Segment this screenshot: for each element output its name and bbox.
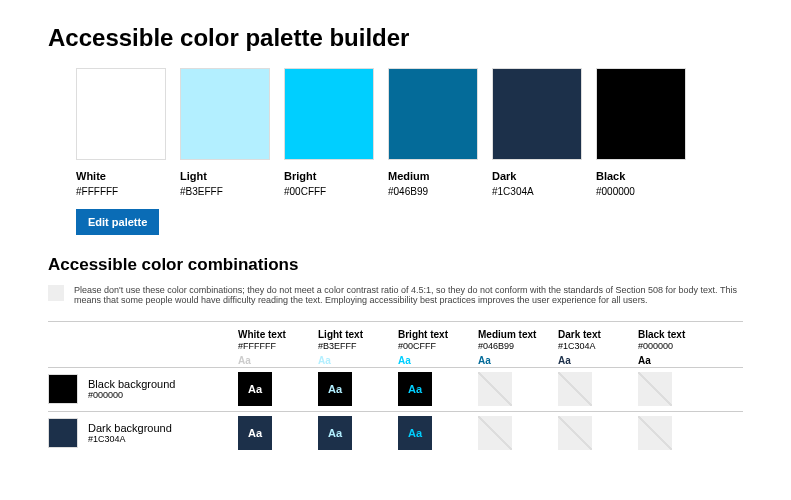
matrix-row: Black background#000000AaAaAa xyxy=(48,367,743,411)
column-sample: Aa xyxy=(318,354,398,367)
row-hex: #1C304A xyxy=(88,434,172,444)
column-header: Bright text#00CFFFAa xyxy=(398,328,478,367)
combo-cell: Aa xyxy=(238,416,272,450)
column-hex: #FFFFFF xyxy=(238,341,318,353)
row-header: Black background#000000 xyxy=(48,369,238,409)
swatch-item: Black#000000 xyxy=(596,68,686,197)
row-name: Dark background xyxy=(88,422,172,434)
column-sample: Aa xyxy=(558,354,638,367)
combo-cell-unavailable xyxy=(478,372,512,406)
combo-cell: Aa xyxy=(238,372,272,406)
swatch-name: White xyxy=(76,170,166,182)
swatch-color xyxy=(180,68,270,160)
disclaimer-icon xyxy=(48,285,64,301)
row-color-chip xyxy=(48,374,78,404)
combo-cell-unavailable xyxy=(558,416,592,450)
column-hex: #046B99 xyxy=(478,341,558,353)
combo-cell-unavailable xyxy=(638,416,672,450)
swatch-color xyxy=(596,68,686,160)
combo-cell-unavailable xyxy=(478,416,512,450)
swatch-item: Light#B3EFFF xyxy=(180,68,270,197)
column-name: Light text xyxy=(318,328,398,341)
column-name: Black text xyxy=(638,328,718,341)
edit-palette-button[interactable]: Edit palette xyxy=(76,209,159,235)
column-name: Bright text xyxy=(398,328,478,341)
row-color-chip xyxy=(48,418,78,448)
swatch-color xyxy=(284,68,374,160)
swatch-hex: #FFFFFF xyxy=(76,186,166,197)
row-header: Dark background#1C304A xyxy=(48,413,238,453)
combo-cell: Aa xyxy=(398,372,432,406)
swatch-hex: #1C304A xyxy=(492,186,582,197)
combinations-title: Accessible color combinations xyxy=(48,255,743,275)
matrix-header-row: White text#FFFFFFAaLight text#B3EFFFAaBr… xyxy=(48,321,743,367)
column-header: White text#FFFFFFAa xyxy=(238,328,318,367)
matrix-row: Dark background#1C304AAaAaAa xyxy=(48,411,743,455)
row-hex: #000000 xyxy=(88,390,175,400)
column-hex: #00CFFF xyxy=(398,341,478,353)
combo-cell-unavailable xyxy=(558,372,592,406)
disclaimer-text: Please don't use these color combination… xyxy=(74,285,743,305)
swatch-color xyxy=(76,68,166,160)
swatch-color xyxy=(492,68,582,160)
column-name: Dark text xyxy=(558,328,638,341)
swatch-hex: #00CFFF xyxy=(284,186,374,197)
column-hex: #000000 xyxy=(638,341,718,353)
swatch-name: Light xyxy=(180,170,270,182)
column-name: Medium text xyxy=(478,328,558,341)
swatch-name: Dark xyxy=(492,170,582,182)
swatch-color xyxy=(388,68,478,160)
swatch-hex: #000000 xyxy=(596,186,686,197)
column-sample: Aa xyxy=(638,354,718,367)
page-title: Accessible color palette builder xyxy=(48,24,743,52)
column-hex: #B3EFFF xyxy=(318,341,398,353)
swatch-hex: #046B99 xyxy=(388,186,478,197)
swatch-hex: #B3EFFF xyxy=(180,186,270,197)
swatch-item: Bright#00CFFF xyxy=(284,68,374,197)
column-sample: Aa xyxy=(398,354,478,367)
column-sample: Aa xyxy=(238,354,318,367)
swatch-name: Medium xyxy=(388,170,478,182)
combo-cell: Aa xyxy=(398,416,432,450)
swatch-name: Bright xyxy=(284,170,374,182)
swatch-row: White#FFFFFFLight#B3EFFFBright#00CFFFMed… xyxy=(76,68,743,197)
column-name: White text xyxy=(238,328,318,341)
swatch-name: Black xyxy=(596,170,686,182)
row-name: Black background xyxy=(88,378,175,390)
combo-cell: Aa xyxy=(318,372,352,406)
column-hex: #1C304A xyxy=(558,341,638,353)
swatch-item: White#FFFFFF xyxy=(76,68,166,197)
combo-cell: Aa xyxy=(318,416,352,450)
color-matrix: White text#FFFFFFAaLight text#B3EFFFAaBr… xyxy=(48,321,743,455)
column-header: Light text#B3EFFFAa xyxy=(318,328,398,367)
disclaimer: Please don't use these color combination… xyxy=(48,283,743,313)
swatch-item: Dark#1C304A xyxy=(492,68,582,197)
column-header: Medium text#046B99Aa xyxy=(478,328,558,367)
swatch-item: Medium#046B99 xyxy=(388,68,478,197)
column-header: Black text#000000Aa xyxy=(638,328,718,367)
combo-cell-unavailable xyxy=(638,372,672,406)
column-sample: Aa xyxy=(478,354,558,367)
column-header: Dark text#1C304AAa xyxy=(558,328,638,367)
